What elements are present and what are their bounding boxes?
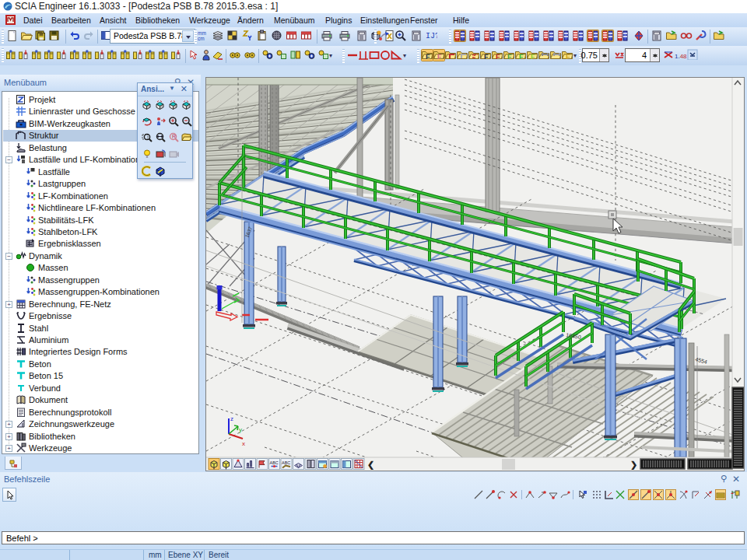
- svg-text:ABC: ABC: [282, 460, 290, 465]
- svg-text:mm: mm: [198, 30, 206, 36]
- svg-text:F: F: [519, 53, 524, 61]
- svg-text:F: F: [496, 53, 500, 61]
- svg-text:F: F: [531, 53, 535, 61]
- svg-text:F: F: [484, 53, 489, 61]
- svg-text:cm: cm: [198, 36, 205, 41]
- svg-text:IJ?: IJ?: [426, 32, 437, 40]
- svg-text:z: z: [230, 415, 233, 422]
- svg-text:❮: ❮: [367, 460, 374, 471]
- svg-text:x: x: [242, 440, 245, 447]
- svg-text:F: F: [566, 53, 570, 61]
- svg-text:R: R: [172, 134, 176, 139]
- svg-text:1.48: 1.48: [675, 53, 687, 60]
- svg-text:F: F: [507, 53, 512, 61]
- svg-text:F: F: [426, 53, 430, 61]
- svg-text:F: F: [437, 53, 442, 61]
- svg-text:ABC: ABC: [270, 460, 279, 465]
- svg-text:y: y: [239, 426, 242, 433]
- svg-text:❯: ❯: [630, 460, 637, 471]
